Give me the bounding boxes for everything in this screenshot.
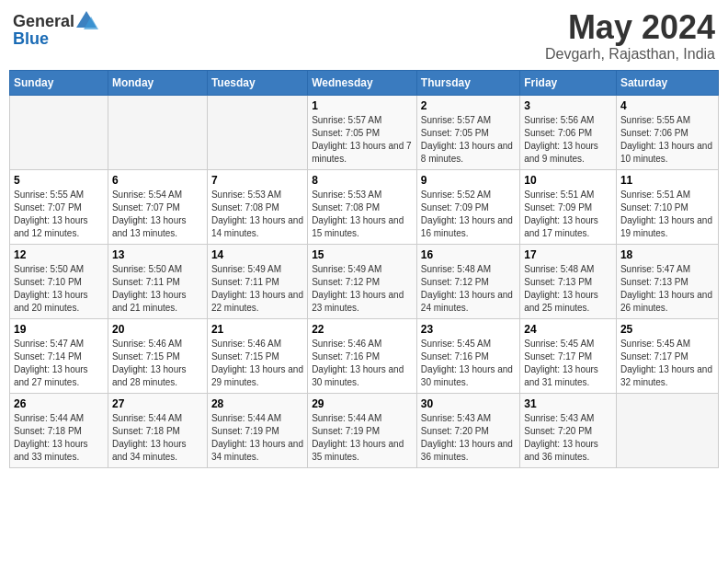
page-header: General Blue May 2024 Devgarh, Rajasthan… xyxy=(9,9,719,63)
day-number: 31 xyxy=(524,397,612,410)
day-number: 18 xyxy=(620,248,714,261)
day-info: Sunrise: 5:45 AMSunset: 7:16 PMDaylight:… xyxy=(421,338,516,389)
day-number: 20 xyxy=(112,323,203,336)
day-number: 7 xyxy=(211,174,303,187)
day-number: 16 xyxy=(421,248,516,261)
day-header-thursday: Thursday xyxy=(416,70,519,95)
calendar-cell: 6 Sunrise: 5:54 AMSunset: 7:07 PMDayligh… xyxy=(108,169,207,244)
calendar-cell: 30 Sunrise: 5:43 AMSunset: 7:20 PMDaylig… xyxy=(416,393,519,467)
calendar-cell: 11 Sunrise: 5:51 AMSunset: 7:10 PMDaylig… xyxy=(616,169,718,244)
calendar-cell: 19 Sunrise: 5:47 AMSunset: 7:14 PMDaylig… xyxy=(10,318,108,393)
day-number: 27 xyxy=(112,397,203,410)
day-info: Sunrise: 5:51 AMSunset: 7:10 PMDaylight:… xyxy=(620,189,714,240)
day-number: 15 xyxy=(312,248,413,261)
day-info: Sunrise: 5:44 AMSunset: 7:18 PMDaylight:… xyxy=(112,412,203,464)
day-info: Sunrise: 5:51 AMSunset: 7:09 PMDaylight:… xyxy=(524,189,612,240)
day-number: 23 xyxy=(421,323,516,336)
day-info: Sunrise: 5:46 AMSunset: 7:15 PMDaylight:… xyxy=(112,338,203,389)
calendar-cell: 14 Sunrise: 5:49 AMSunset: 7:11 PMDaylig… xyxy=(207,244,307,318)
calendar-header-row: SundayMondayTuesdayWednesdayThursdayFrid… xyxy=(10,70,719,95)
sub-title: Devgarh, Rajasthan, India xyxy=(545,46,715,63)
day-number: 8 xyxy=(312,174,413,187)
day-number: 26 xyxy=(14,397,104,410)
day-info: Sunrise: 5:49 AMSunset: 7:12 PMDaylight:… xyxy=(312,263,413,315)
day-info: Sunrise: 5:49 AMSunset: 7:11 PMDaylight:… xyxy=(211,263,303,315)
main-title: May 2024 xyxy=(545,9,715,46)
day-info: Sunrise: 5:50 AMSunset: 7:11 PMDaylight:… xyxy=(112,263,203,315)
calendar-cell xyxy=(207,95,307,169)
calendar-cell: 9 Sunrise: 5:52 AMSunset: 7:09 PMDayligh… xyxy=(416,169,519,244)
day-number: 9 xyxy=(421,174,516,187)
day-info: Sunrise: 5:52 AMSunset: 7:09 PMDaylight:… xyxy=(421,189,516,240)
day-info: Sunrise: 5:50 AMSunset: 7:10 PMDaylight:… xyxy=(14,263,104,315)
day-info: Sunrise: 5:43 AMSunset: 7:20 PMDaylight:… xyxy=(524,412,612,464)
calendar-cell: 18 Sunrise: 5:47 AMSunset: 7:13 PMDaylig… xyxy=(616,244,718,318)
day-number: 17 xyxy=(524,248,612,261)
calendar-cell: 24 Sunrise: 5:45 AMSunset: 7:17 PMDaylig… xyxy=(520,318,617,393)
day-number: 5 xyxy=(14,174,104,187)
calendar-cell: 12 Sunrise: 5:50 AMSunset: 7:10 PMDaylig… xyxy=(10,244,108,318)
day-number: 14 xyxy=(211,248,303,261)
day-info: Sunrise: 5:44 AMSunset: 7:18 PMDaylight:… xyxy=(14,412,104,464)
calendar-cell: 1 Sunrise: 5:57 AMSunset: 7:05 PMDayligh… xyxy=(308,95,417,169)
day-header-wednesday: Wednesday xyxy=(308,70,417,95)
calendar-cell: 21 Sunrise: 5:46 AMSunset: 7:15 PMDaylig… xyxy=(207,318,307,393)
calendar-cell: 25 Sunrise: 5:45 AMSunset: 7:17 PMDaylig… xyxy=(616,318,718,393)
day-number: 30 xyxy=(421,397,516,410)
day-number: 6 xyxy=(112,174,203,187)
calendar-cell: 27 Sunrise: 5:44 AMSunset: 7:18 PMDaylig… xyxy=(108,393,207,467)
logo: General Blue xyxy=(13,9,98,49)
day-info: Sunrise: 5:54 AMSunset: 7:07 PMDaylight:… xyxy=(112,189,203,240)
day-info: Sunrise: 5:53 AMSunset: 7:08 PMDaylight:… xyxy=(312,189,413,240)
day-number: 19 xyxy=(14,323,104,336)
day-info: Sunrise: 5:48 AMSunset: 7:12 PMDaylight:… xyxy=(421,263,516,315)
day-number: 25 xyxy=(620,323,714,336)
calendar-cell: 7 Sunrise: 5:53 AMSunset: 7:08 PMDayligh… xyxy=(207,169,307,244)
day-number: 2 xyxy=(421,99,516,112)
day-header-friday: Friday xyxy=(520,70,617,95)
calendar-cell: 5 Sunrise: 5:55 AMSunset: 7:07 PMDayligh… xyxy=(10,169,108,244)
day-header-sunday: Sunday xyxy=(10,70,108,95)
day-number: 11 xyxy=(620,174,714,187)
calendar-cell: 2 Sunrise: 5:57 AMSunset: 7:05 PMDayligh… xyxy=(416,95,519,169)
day-info: Sunrise: 5:44 AMSunset: 7:19 PMDaylight:… xyxy=(211,412,303,464)
calendar-cell xyxy=(10,95,108,169)
calendar-cell: 13 Sunrise: 5:50 AMSunset: 7:11 PMDaylig… xyxy=(108,244,207,318)
calendar-week-row: 12 Sunrise: 5:50 AMSunset: 7:10 PMDaylig… xyxy=(10,244,719,318)
day-info: Sunrise: 5:46 AMSunset: 7:16 PMDaylight:… xyxy=(312,338,413,389)
day-number: 22 xyxy=(312,323,413,336)
day-info: Sunrise: 5:45 AMSunset: 7:17 PMDaylight:… xyxy=(620,338,714,389)
title-block: May 2024 Devgarh, Rajasthan, India xyxy=(545,9,715,63)
calendar-cell: 22 Sunrise: 5:46 AMSunset: 7:16 PMDaylig… xyxy=(308,318,417,393)
calendar-cell xyxy=(616,393,718,467)
calendar-cell: 17 Sunrise: 5:48 AMSunset: 7:13 PMDaylig… xyxy=(520,244,617,318)
calendar-week-row: 5 Sunrise: 5:55 AMSunset: 7:07 PMDayligh… xyxy=(10,169,719,244)
day-number: 28 xyxy=(211,397,303,410)
day-info: Sunrise: 5:48 AMSunset: 7:13 PMDaylight:… xyxy=(524,263,612,315)
calendar-week-row: 1 Sunrise: 5:57 AMSunset: 7:05 PMDayligh… xyxy=(10,95,719,169)
day-number: 10 xyxy=(524,174,612,187)
day-info: Sunrise: 5:55 AMSunset: 7:06 PMDaylight:… xyxy=(620,114,714,166)
day-info: Sunrise: 5:46 AMSunset: 7:15 PMDaylight:… xyxy=(211,338,303,389)
day-info: Sunrise: 5:57 AMSunset: 7:05 PMDaylight:… xyxy=(421,114,516,166)
calendar-cell: 28 Sunrise: 5:44 AMSunset: 7:19 PMDaylig… xyxy=(207,393,307,467)
day-number: 29 xyxy=(312,397,413,410)
day-info: Sunrise: 5:44 AMSunset: 7:19 PMDaylight:… xyxy=(312,412,413,464)
logo-icon xyxy=(74,9,98,33)
day-info: Sunrise: 5:43 AMSunset: 7:20 PMDaylight:… xyxy=(421,412,516,464)
day-info: Sunrise: 5:47 AMSunset: 7:14 PMDaylight:… xyxy=(14,338,104,389)
calendar-cell: 4 Sunrise: 5:55 AMSunset: 7:06 PMDayligh… xyxy=(616,95,718,169)
calendar-cell: 20 Sunrise: 5:46 AMSunset: 7:15 PMDaylig… xyxy=(108,318,207,393)
calendar-cell: 10 Sunrise: 5:51 AMSunset: 7:09 PMDaylig… xyxy=(520,169,617,244)
calendar-week-row: 26 Sunrise: 5:44 AMSunset: 7:18 PMDaylig… xyxy=(10,393,719,467)
day-info: Sunrise: 5:56 AMSunset: 7:06 PMDaylight:… xyxy=(524,114,612,166)
calendar-cell: 15 Sunrise: 5:49 AMSunset: 7:12 PMDaylig… xyxy=(308,244,417,318)
calendar-cell: 23 Sunrise: 5:45 AMSunset: 7:16 PMDaylig… xyxy=(416,318,519,393)
day-number: 12 xyxy=(14,248,104,261)
calendar-cell: 26 Sunrise: 5:44 AMSunset: 7:18 PMDaylig… xyxy=(10,393,108,467)
day-header-monday: Monday xyxy=(108,70,207,95)
calendar-cell xyxy=(108,95,207,169)
day-header-tuesday: Tuesday xyxy=(207,70,307,95)
calendar-cell: 29 Sunrise: 5:44 AMSunset: 7:19 PMDaylig… xyxy=(308,393,417,467)
calendar-cell: 31 Sunrise: 5:43 AMSunset: 7:20 PMDaylig… xyxy=(520,393,617,467)
